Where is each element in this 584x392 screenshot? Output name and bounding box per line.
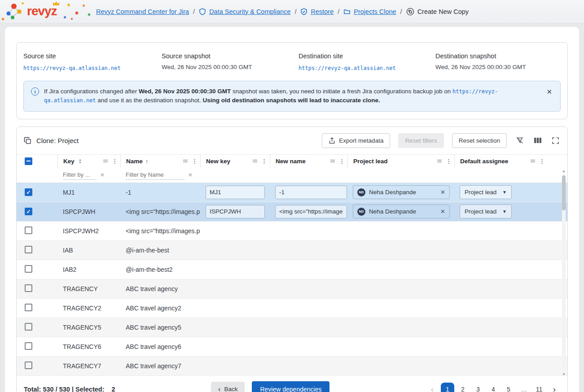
page-button-11[interactable]: 11 — [532, 383, 546, 392]
breadcrumb-restore[interactable]: Restore — [300, 8, 334, 15]
column-header-new-name[interactable]: New name ⋮ — [270, 155, 347, 168]
columns-button[interactable] — [533, 136, 543, 145]
row-checkbox[interactable] — [25, 304, 32, 311]
table-row[interactable]: TRAGENCY2 ABC travel agency2 — [17, 299, 567, 318]
row-checkbox[interactable] — [25, 208, 32, 215]
source-site-link[interactable]: https://revyz-qa.atlassian.net — [23, 65, 121, 71]
new-name-input[interactable] — [275, 186, 347, 199]
folder-icon — [343, 8, 351, 15]
main-panel: Source site https://revyz-qa.atlassian.n… — [5, 27, 579, 392]
column-header-new-key[interactable]: New key ⋮ — [200, 155, 270, 168]
review-dependencies-button[interactable]: Review dependencies — [252, 381, 329, 392]
new-key-input[interactable] — [206, 186, 265, 199]
reset-filters-button[interactable]: Reset filters — [398, 133, 443, 148]
column-menu-icon[interactable]: ⋮ — [261, 158, 267, 164]
fullscreen-button[interactable] — [551, 136, 560, 145]
name-cell: @i-am-the-best2 — [120, 266, 200, 273]
chevron-left-icon: ‹ — [218, 386, 220, 392]
export-icon — [329, 137, 335, 144]
select-all-checkbox[interactable] — [25, 157, 32, 165]
scroll-up-icon[interactable]: ▲ — [562, 169, 566, 174]
clear-filter-icon[interactable]: ✕ — [188, 172, 193, 178]
page-button-3[interactable]: 3 — [471, 383, 485, 392]
column-menu-icon[interactable]: ⋮ — [446, 158, 452, 164]
destination-site-link[interactable]: https://revyz-qa.atlassian.net — [299, 65, 396, 71]
scrollbar-thumb[interactable] — [562, 175, 566, 210]
column-resize-icon[interactable] — [437, 159, 442, 163]
new-key-input[interactable] — [206, 205, 265, 218]
page-button-2[interactable]: 2 — [456, 383, 470, 392]
column-header-name[interactable]: Name ↑ ⋮ — [120, 155, 200, 168]
default-assignee-select[interactable]: Project lead ▼ — [460, 185, 512, 199]
project-lead-field[interactable]: ND Neha Deshpande ✕ — [353, 205, 450, 218]
row-checkbox[interactable] — [25, 323, 32, 331]
destination-snapshot: Destination snapshot Wed, 26 Nov 2025 00… — [435, 52, 561, 72]
clear-lead-icon[interactable]: ✕ — [440, 189, 445, 196]
name-cell: ABC travel agency2 — [120, 305, 200, 312]
table-row[interactable]: ISPCPJWH2 <img src="https://images.pexe — [17, 222, 567, 241]
row-checkbox[interactable] — [25, 188, 32, 196]
scrollbar-track[interactable] — [562, 174, 566, 371]
row-checkbox[interactable] — [25, 265, 32, 273]
column-menu-icon[interactable]: ⋮ — [339, 158, 345, 164]
filter-off-button[interactable] — [515, 135, 525, 145]
project-lead-field[interactable]: ND Neha Deshpande ✕ — [353, 185, 450, 199]
table-row[interactable]: TRAGENCY6 ABC travel agency6 — [17, 337, 567, 357]
column-resize-icon[interactable] — [103, 159, 108, 163]
page-button-4[interactable]: 4 — [487, 383, 500, 392]
table-row[interactable]: IAB2 @i-am-the-best2 — [17, 260, 567, 279]
default-assignee-select[interactable]: Project lead ▼ — [460, 205, 512, 218]
table-scrollbar[interactable]: ▲ ▼ — [562, 169, 566, 377]
next-page-icon[interactable]: › — [548, 383, 561, 392]
info-icon: i — [31, 87, 39, 96]
page-button-5[interactable]: 5 — [502, 383, 515, 392]
table-row[interactable]: TRAGENCY7 ABC travel agency7 — [17, 357, 567, 376]
new-name-input[interactable] — [275, 205, 347, 218]
shield-icon — [199, 8, 206, 15]
table-row[interactable]: TRAGENCY5 ABC travel agency5 — [17, 318, 567, 337]
breadcrumb-projects-clone[interactable]: Projects Clone — [343, 8, 396, 15]
key-filter-input[interactable] — [63, 170, 97, 180]
page-button-1[interactable]: 1 — [441, 383, 454, 392]
row-checkbox[interactable] — [25, 362, 32, 369]
prev-page-icon[interactable]: ‹ — [426, 383, 439, 392]
table-row[interactable]: TRAGENCY ABC travel agency — [17, 279, 567, 299]
table-row[interactable]: ISPCPJWH <img src="https://images.pexe N… — [17, 202, 567, 222]
confetti-dot — [22, 2, 24, 4]
scroll-down-icon[interactable]: ▼ — [562, 372, 566, 377]
source-site: Source site https://revyz-qa.atlassian.n… — [23, 52, 162, 72]
back-button[interactable]: ‹ Back — [211, 382, 245, 392]
snapshot-info-columns: Source site https://revyz-qa.atlassian.n… — [23, 52, 561, 72]
breadcrumb-create-new-copy: Create New Copy — [406, 8, 469, 16]
breadcrumb-data-security[interactable]: Data Security & Compliance — [199, 8, 290, 15]
reset-selection-button[interactable]: Reset selection — [452, 133, 507, 148]
row-checkbox[interactable] — [25, 284, 32, 292]
column-resize-icon[interactable] — [183, 159, 188, 163]
key-cell: IAB2 — [57, 266, 120, 273]
name-filter-input[interactable] — [126, 170, 185, 180]
footer-actions: ‹ Back Review dependencies — [211, 381, 329, 392]
export-metadata-button[interactable]: Export metadata — [322, 133, 390, 148]
column-menu-icon[interactable]: ⋮ — [539, 158, 545, 164]
column-header-default-assignee[interactable]: Default assignee ⋮ — [454, 155, 567, 168]
row-checkbox[interactable] — [25, 226, 32, 234]
row-checkbox[interactable] — [25, 246, 32, 253]
revyz-logo[interactable]: revyz — [0, 0, 96, 23]
row-checkbox[interactable] — [25, 342, 32, 350]
table-row[interactable]: IAB @i-am-the-best — [17, 241, 567, 260]
clear-filter-icon[interactable]: ✕ — [100, 172, 105, 178]
column-resize-icon[interactable] — [530, 159, 536, 163]
breadcrumb-command-center[interactable]: Revyz Command Center for Jira — [96, 8, 189, 15]
close-icon[interactable]: ✕ — [546, 87, 552, 97]
table-row[interactable]: MJ1 -1 ND Neha Deshpande ✕ Project lead … — [17, 183, 567, 202]
column-resize-icon[interactable] — [252, 159, 258, 163]
column-header-project-lead[interactable]: Project lead ⋮ — [347, 155, 454, 168]
column-menu-icon[interactable]: ⋮ — [112, 158, 118, 164]
column-menu-icon[interactable]: ⋮ — [192, 158, 198, 164]
clear-lead-icon[interactable]: ✕ — [440, 208, 445, 215]
column-header-key[interactable]: Key ⋮ — [57, 155, 120, 168]
column-resize-icon[interactable] — [330, 159, 335, 163]
sort-ascending-icon[interactable]: ↑ — [145, 158, 149, 165]
name-cell: ABC travel agency — [120, 285, 200, 292]
sort-icon[interactable] — [77, 158, 83, 164]
